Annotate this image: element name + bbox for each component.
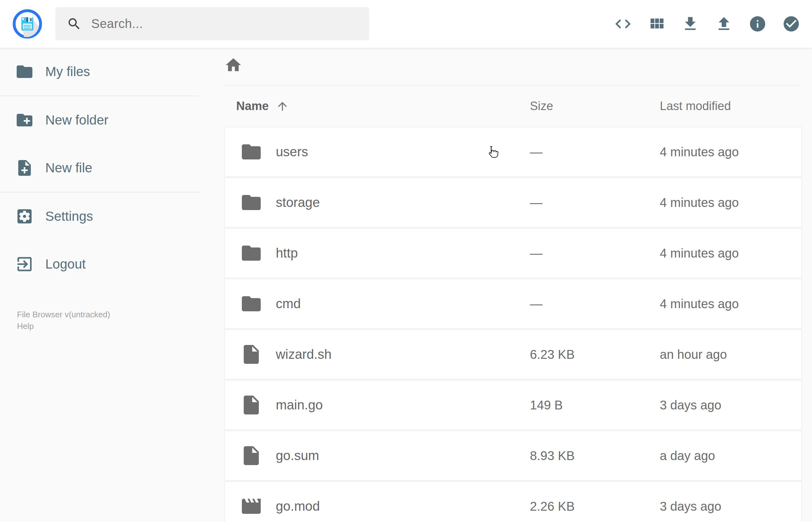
file-size: — [530,196,543,210]
folder-icon [240,141,263,163]
arrow-up-icon [276,100,289,113]
app-version-text: File Browser v(untracked) [17,309,110,320]
grid-view-icon [648,15,666,33]
folder-icon [240,293,263,315]
file-icon [240,444,263,467]
file-size: 149 B [530,398,563,412]
sort-by-modified-button[interactable]: Last modified [660,99,731,113]
app-header: Search... [0,0,812,48]
listing-column-headers: Name Size Last modified [224,95,802,117]
file-row-http[interactable]: http—4 minutes ago [224,228,802,278]
sidebar-item-new-folder[interactable]: New folder [0,96,199,144]
file-size: 8.93 KB [530,449,574,463]
file-row-users[interactable]: users—4 minutes ago [224,127,802,177]
file-modified: a day ago [660,449,715,463]
file-listing: users—4 minutes agostorage—4 minutes ago… [224,127,802,522]
search-icon [67,16,82,32]
home-icon [224,56,242,74]
search-placeholder: Search... [91,17,143,31]
file-icon [240,444,263,467]
new-file-icon [15,159,34,177]
file-name: wizard.sh [276,347,331,362]
help-link[interactable]: Help [17,320,110,332]
search-icon [67,16,82,32]
file-size: 2.26 KB [530,499,574,514]
file-name: storage [276,195,320,210]
download-icon [681,15,699,33]
toolbar-upload-button[interactable] [715,15,733,33]
file-name: go.mod [276,499,320,514]
logout-icon [15,255,34,274]
sidebar: My filesNew folderNew fileSettingsLogout… [0,48,199,522]
sidebar-item-label: Settings [45,209,93,224]
file-name: main.go [276,398,323,413]
file-name: cmd [276,296,301,311]
sort-ascending-arrow-icon [276,100,289,113]
movie-icon [240,495,263,518]
check-circle-icon [782,15,800,33]
file-row-main.go[interactable]: main.go149 B3 days ago [224,380,802,430]
sort-by-name-button[interactable]: Name [236,99,289,113]
file-icon [240,343,263,366]
sidebar-item-settings[interactable]: Settings [0,193,199,240]
folder-icon [240,191,263,214]
upload-icon [715,15,733,33]
file-row-storage[interactable]: storage—4 minutes ago [224,177,802,228]
sidebar-item-my-files[interactable]: My files [0,48,199,96]
file-modified: 3 days ago [660,499,722,514]
toolbar-info-button[interactable] [749,15,767,33]
new-folder-icon [15,111,34,129]
sidebar-item-label: New folder [45,113,108,128]
code-icon [614,15,632,33]
sidebar-item-label: My files [45,64,90,79]
file-row-go.mod[interactable]: go.mod2.26 KB3 days ago [224,481,802,522]
file-row-cmd[interactable]: cmd—4 minutes ago [224,279,802,329]
search-input[interactable]: Search... [55,7,369,40]
movie-icon [240,495,263,518]
folder-icon [240,293,263,315]
file-modified: 3 days ago [660,398,722,412]
folder-icon [240,141,263,163]
toolbar-code-button[interactable] [614,15,632,33]
sidebar-item-logout[interactable]: Logout [0,240,199,288]
file-row-wizard.sh[interactable]: wizard.sh6.23 KBan hour ago [224,329,802,380]
folder-icon [240,191,263,214]
toolbar-download-button[interactable] [681,15,699,33]
filebrowser-logo-icon[interactable] [13,9,42,39]
main-content: Name Size Last modified users—4 minutes … [199,48,812,522]
file-modified: 4 minutes ago [660,145,739,159]
file-name: http [276,246,298,261]
file-icon [240,394,263,416]
file-size: 6.23 KB [530,347,574,362]
file-name: users [276,144,308,159]
folder-icon [240,242,263,264]
settings-icon [15,207,34,226]
header-toolbar [614,0,800,48]
info-icon [749,15,767,33]
file-size: — [530,297,543,311]
file-row-go.sum[interactable]: go.sum8.93 KBa day ago [224,430,802,481]
file-icon [240,343,263,366]
file-modified: 4 minutes ago [660,297,739,311]
column-name-label: Name [236,99,269,113]
folder-icon [240,242,263,264]
sidebar-item-label: Logout [45,257,85,272]
file-name: go.sum [276,448,319,463]
sidebar-item-label: New file [45,160,92,176]
sort-by-size-button[interactable]: Size [530,99,553,113]
toolbar-grid-view-button[interactable] [648,15,666,33]
file-size: — [530,145,543,159]
file-modified: 4 minutes ago [660,196,739,210]
file-size: — [530,246,543,260]
file-modified: an hour ago [660,347,727,362]
breadcrumb-home-icon[interactable] [224,56,242,74]
folder-icon [15,62,34,81]
file-icon [240,394,263,416]
sidebar-item-new-file[interactable]: New file [0,144,199,192]
sidebar-footer: File Browser v(untracked) Help [17,309,110,332]
file-modified: 4 minutes ago [660,246,739,260]
toolbar-check-circle-button[interactable] [782,15,800,33]
breadcrumb-divider [224,85,802,86]
